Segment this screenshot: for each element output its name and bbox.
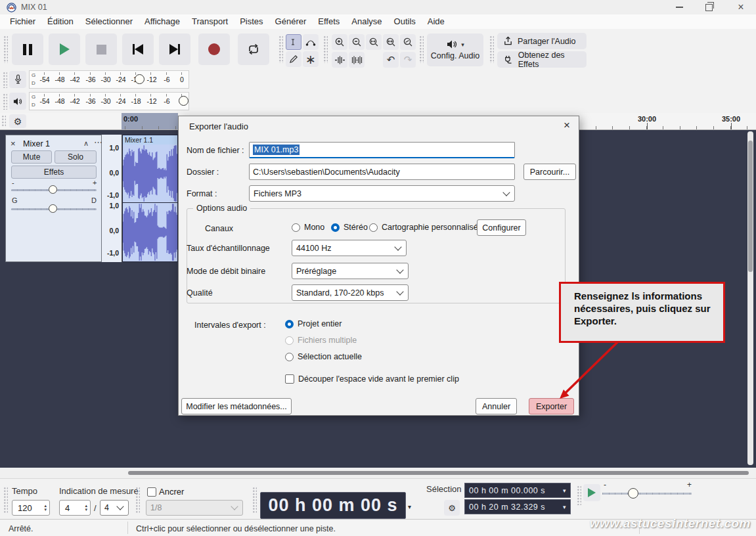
clip-header[interactable]: Mixer 1.1 <box>123 135 177 145</box>
menu-analyse[interactable]: Analyse <box>345 14 388 29</box>
sample-rate-select[interactable]: 44100 Hz <box>292 240 407 256</box>
time-signature-lower-select[interactable]: 4 <box>100 500 129 516</box>
audio-setup-button[interactable]: ▾ Config. Audio <box>427 34 483 66</box>
pan-slider[interactable] <box>49 204 57 213</box>
playback-volume-slider[interactable] <box>179 96 189 106</box>
menu-fichier[interactable]: Fichier <box>4 14 41 29</box>
skip-to-start-button[interactable] <box>122 34 154 65</box>
timeline-options-button[interactable]: ⚙ <box>9 114 26 128</box>
channel-mono-radio[interactable]: Mono <box>292 223 324 232</box>
zoom-toggle-button[interactable] <box>400 34 416 50</box>
range-current-selection-radio[interactable]: Sélection actuelle <box>285 352 362 361</box>
track-close-icon[interactable]: × <box>11 139 16 148</box>
menu-aide[interactable]: Aide <box>422 14 451 29</box>
time-signature-upper-input[interactable]: 4 ▴▾ <box>59 500 91 516</box>
selection-tool-button[interactable] <box>286 34 301 50</box>
dialog-close-icon[interactable]: × <box>564 119 570 132</box>
range-multiple-files-radio[interactable]: Fichiers multiple <box>285 336 357 345</box>
zoom-out-button[interactable] <box>349 34 365 50</box>
zoom-in-button[interactable] <box>332 34 347 50</box>
record-button[interactable] <box>198 34 230 65</box>
folder-input[interactable]: C:\Users\sebastien\Documents\Audacity <box>249 164 515 180</box>
audio-clip[interactable]: Mixer 1.1 <box>122 135 178 262</box>
bitrate-mode-select[interactable]: Préréglage <box>292 263 409 279</box>
track-control-panel[interactable]: × Mixer 1 ∧ ⋯ Mute Solo Effets - + G D <box>5 135 102 262</box>
vertical-scrollbar-thumb[interactable] <box>748 141 753 272</box>
selection-end-field[interactable]: 00 h 20 m 32.329 s ▾ <box>464 499 571 514</box>
configure-button[interactable]: Configurer <box>477 219 526 236</box>
playback-meter[interactable]: G D -54 -48 -42 -36 -30 -24 -18 -12 -6 0 <box>29 92 189 110</box>
minimize-button[interactable] <box>669 0 689 14</box>
mute-button[interactable]: Mute <box>11 150 52 164</box>
playback-meter-grip[interactable] <box>3 93 7 110</box>
recording-meter-button[interactable] <box>9 71 26 88</box>
pause-button[interactable] <box>12 34 43 65</box>
close-button[interactable]: × <box>731 0 751 14</box>
edit-metadata-button[interactable]: Modifier les métadonnées... <box>181 398 292 414</box>
recording-meter[interactable]: G D -54 -48 -42 -36 -30 -24 -18 -12 -6 0 <box>29 70 189 89</box>
menu-pistes[interactable]: Pistes <box>234 14 269 29</box>
undo-button[interactable]: ↶ <box>383 52 399 68</box>
menu-generer[interactable]: Générer <box>269 14 313 29</box>
selection-start-field[interactable]: 00 h 00 m 00.000 s ▾ <box>464 483 571 498</box>
skip-to-end-button[interactable] <box>159 34 190 65</box>
envelope-tool-button[interactable] <box>303 34 319 50</box>
play-at-speed-grip[interactable] <box>577 485 581 505</box>
gain-slider[interactable] <box>49 185 57 194</box>
spin-down-icon[interactable]: ▾ <box>85 508 87 512</box>
draw-tool-button[interactable] <box>286 51 301 67</box>
get-effects-button[interactable]: Obtenez des Effets <box>497 51 587 68</box>
audio-setup-grip[interactable] <box>419 35 424 63</box>
fit-selection-button[interactable] <box>366 34 382 50</box>
edit-toolbar-grip[interactable] <box>323 35 328 63</box>
time-signature-grip[interactable] <box>3 487 8 513</box>
track-name[interactable]: Mixer 1 <box>23 139 50 148</box>
snap-select[interactable]: 1/8 <box>146 500 243 516</box>
redo-button[interactable]: ↷ <box>400 52 416 68</box>
filename-input[interactable]: MIX 01.mp3 <box>249 142 515 158</box>
effects-button[interactable]: Effets <box>11 166 97 179</box>
vertical-scrollbar[interactable] <box>747 131 753 465</box>
channel-custom-radio[interactable]: Cartographie personnalisée <box>369 223 483 232</box>
horizontal-scrollbar[interactable] <box>0 468 756 478</box>
share-audio-button[interactable]: Partager l'Audio <box>497 33 587 49</box>
format-select[interactable]: Fichiers MP3 <box>249 185 515 202</box>
collapse-icon[interactable]: ∧ <box>83 139 89 148</box>
recording-volume-slider[interactable] <box>135 74 145 84</box>
timeline-grip[interactable] <box>1 115 6 127</box>
menu-affichage[interactable]: Affichage <box>139 14 186 29</box>
export-button[interactable]: Exporter <box>529 398 574 414</box>
snapping-grip[interactable] <box>135 487 140 513</box>
restore-button[interactable] <box>699 0 719 14</box>
menu-selectionner[interactable]: Sélectionner <box>79 14 139 29</box>
fit-project-button[interactable] <box>383 34 399 50</box>
quality-select[interactable]: Standard, 170-220 kbps <box>292 284 409 301</box>
trim-blank-space-checkbox[interactable]: Découper l'espace vide avant le premier … <box>285 374 459 384</box>
trim-audio-button[interactable] <box>332 52 347 68</box>
silence-audio-button[interactable] <box>349 52 365 68</box>
snap-checkbox[interactable]: Ancrer <box>147 487 184 497</box>
loop-button[interactable] <box>238 34 269 65</box>
tools-toolbar-grip[interactable] <box>278 35 283 63</box>
tempo-input[interactable]: 120 ▴▾ <box>12 500 50 516</box>
speed-slider[interactable] <box>628 488 638 499</box>
range-full-project-radio[interactable]: Projet entier <box>285 319 342 328</box>
horizontal-scrollbar-thumb[interactable] <box>128 471 749 475</box>
time-display[interactable]: 00 h 00 m 00 s <box>260 492 406 519</box>
transport-toolbar-grip[interactable] <box>3 35 8 63</box>
time-toolbar-grip[interactable] <box>252 487 257 513</box>
channel-stereo-radio[interactable]: Stéréo <box>331 223 368 232</box>
stop-button[interactable] <box>85 34 117 65</box>
spin-down-icon[interactable]: ▾ <box>44 508 47 512</box>
menu-edition[interactable]: Édition <box>41 14 79 29</box>
vertical-scale-ruler[interactable]: 1,0 0,0 -1,0 1,0 0,0 -1,0 <box>102 135 122 262</box>
play-at-speed-button[interactable] <box>583 484 600 501</box>
play-button[interactable] <box>49 34 80 65</box>
playback-meter-button[interactable] <box>9 93 26 110</box>
share-toolbar-grip[interactable] <box>489 35 494 63</box>
menu-transport[interactable]: Transport <box>186 14 234 29</box>
cancel-button[interactable]: Annuler <box>476 398 517 414</box>
multi-tool-button[interactable]: ∗ <box>303 51 319 67</box>
solo-button[interactable]: Solo <box>55 150 97 164</box>
menu-effets[interactable]: Effets <box>312 14 345 29</box>
